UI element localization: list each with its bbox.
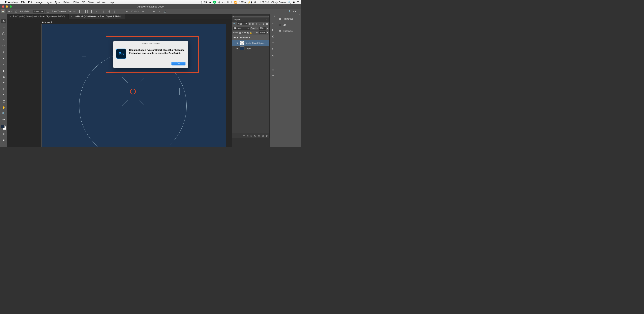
panel-close-icon[interactable]: × (233, 15, 234, 17)
filter-adjust-icon[interactable]: ◐ (252, 23, 254, 25)
pen-tool[interactable]: ✒ (1, 81, 6, 85)
search-icon[interactable]: 🔍 (233, 23, 236, 25)
align-top-icon[interactable]: ‖ (102, 9, 106, 13)
crop-tool[interactable]: ✂ (1, 44, 6, 48)
artboard-label[interactable]: Artboard 1 (42, 21, 52, 23)
filter-shape-icon[interactable]: ▱ (259, 23, 261, 25)
dock-collapse-icon[interactable]: » (299, 14, 300, 16)
line-icon[interactable]: L (213, 0, 216, 4)
layer-thumbnail[interactable] (240, 46, 244, 50)
3d-camera-icon[interactable]: 📷 (163, 9, 167, 13)
layer-mask-icon[interactable]: ◧ (250, 135, 252, 137)
ok-button[interactable]: OK (172, 62, 186, 65)
move-tool-icon[interactable]: ✥ ▾ (8, 10, 12, 13)
menu-file[interactable]: File (21, 1, 25, 4)
visibility-icon[interactable]: 👁 (236, 42, 239, 44)
tab-0[interactable]: × 风格二.psd @ 100% (Vector Smart Object co… (7, 14, 69, 19)
trash-icon[interactable]: 🗑 (226, 1, 229, 4)
menu-filter[interactable]: Filter (73, 1, 79, 4)
blend-mode[interactable]: Normal (233, 27, 250, 30)
visibility-icon[interactable]: 👁 (233, 36, 236, 39)
move-tool[interactable]: ✥ (1, 19, 6, 23)
lock-all-icon[interactable]: 🔒 (250, 31, 252, 34)
search-icon[interactable]: 🔍 (288, 10, 291, 13)
workspace-icon[interactable]: ▭▾ (293, 10, 296, 13)
menu-select[interactable]: Select (63, 1, 70, 4)
shape-tool[interactable]: ▢ (1, 99, 6, 103)
control-center-icon[interactable]: ☰ (297, 1, 299, 4)
fill-value[interactable]: 100% (259, 31, 266, 34)
menu-edit[interactable]: Edit (28, 1, 32, 4)
marquee-tool[interactable]: ▭ (1, 25, 6, 29)
3d-orbit-icon[interactable]: ⟳ (141, 9, 145, 13)
paragraph-icon[interactable]: ≡ (272, 41, 274, 44)
quick-mask-tool[interactable]: ◙ (1, 132, 6, 136)
eraser-tool[interactable]: ◧ (1, 68, 6, 72)
history-icon[interactable]: ⎌ (272, 22, 274, 25)
filter-pixel-icon[interactable]: ▦ (248, 23, 251, 25)
tab-close-icon[interactable]: × (71, 15, 72, 18)
link-layers-icon[interactable]: ⚯ (243, 135, 245, 137)
opacity-value[interactable]: 100% (259, 27, 266, 30)
menu-image[interactable]: Image (36, 1, 42, 4)
wifi-icon[interactable]: 📶 (234, 1, 237, 4)
siri-icon[interactable]: ◉ (293, 1, 295, 4)
share-icon[interactable]: ⇪ (298, 10, 300, 13)
cloud-icon[interactable]: ☁︎ (209, 1, 211, 4)
user-name[interactable]: Cindy Flower (271, 1, 286, 4)
align-center-h-icon[interactable]: ▐▐ (84, 9, 88, 13)
3d-slide-icon[interactable]: ↔ (158, 9, 161, 13)
eyedropper-tool[interactable]: ✐ (1, 50, 6, 54)
home-button[interactable]: 🏠 (1, 9, 5, 13)
disclosure-icon[interactable]: ▾ (237, 36, 238, 39)
clock[interactable]: 週三 下午2:53 (254, 0, 270, 4)
stamp-tool[interactable]: ⟁ (1, 62, 6, 66)
menu-view[interactable]: View (88, 1, 94, 4)
visibility-icon[interactable]: 👁 (236, 47, 239, 49)
dock-properties[interactable]: ▤ Properties (276, 16, 301, 22)
adjustments-icon[interactable]: ◐ (272, 35, 274, 38)
character-icon[interactable]: A| (272, 48, 274, 51)
dock-3d[interactable]: ⬛ 3D (276, 22, 301, 28)
layer-row[interactable]: 👁 Vector Smart Object (232, 40, 270, 46)
battery-icon[interactable]: ⚡▮ (248, 1, 252, 4)
lock-position-icon[interactable]: ✥ (244, 31, 246, 34)
gradient-tool[interactable]: ▦ (1, 74, 6, 79)
foreground-color-swatch[interactable] (1, 125, 4, 128)
lock-artboard-icon[interactable]: ▣ (247, 31, 249, 34)
strip-expand-icon[interactable]: » (274, 15, 275, 17)
canvas-area[interactable]: Artboard 1 (7, 19, 232, 147)
opacity-dropdown-icon[interactable]: ▾ (267, 27, 268, 29)
fill-dropdown-icon[interactable]: ▾ (267, 31, 268, 34)
type-tool[interactable]: T (1, 87, 6, 91)
menu-3d[interactable]: 3D (82, 1, 85, 4)
layer-row[interactable]: 👁 Layer 1 (232, 46, 270, 51)
panel-menu-icon[interactable]: ≡ (266, 18, 268, 21)
group-icon[interactable]: 🗀 (258, 135, 260, 137)
distribute-h-icon[interactable]: ≡ (95, 9, 99, 13)
layers-tab[interactable]: Layers (234, 18, 240, 21)
paragraph-styles-icon[interactable]: ¶ (272, 54, 274, 57)
kind-filter[interactable]: Kind (237, 22, 248, 25)
align-right-icon[interactable]: ▐▌ (90, 9, 93, 13)
auto-select-target[interactable]: Layer (33, 9, 44, 13)
layer-fx-icon[interactable]: fx (247, 135, 248, 137)
layer-thumbnail[interactable] (240, 41, 244, 45)
auto-select-checkbox[interactable] (15, 10, 17, 12)
lock-paint-icon[interactable]: ✎ (242, 31, 244, 34)
tab-1[interactable]: × Untitled-1 @ 200% (Vector Smart Object… (69, 14, 125, 19)
app-menu[interactable]: Photoshop (5, 1, 18, 4)
menu-type[interactable]: Type (55, 1, 60, 4)
filter-toggle-icon[interactable]: ⬤ (266, 23, 268, 25)
menu-window[interactable]: Window (97, 1, 106, 4)
zoom-tool[interactable]: 🔍 (1, 111, 6, 116)
align-middle-icon[interactable]: ╫ (107, 9, 111, 13)
menu-layer[interactable]: Layer (46, 1, 52, 4)
align-bottom-icon[interactable]: ‖ (113, 9, 116, 13)
3d-roll-icon[interactable]: ↻ (147, 9, 150, 13)
path-select-tool[interactable]: ↖ (1, 93, 6, 97)
lasso-tool[interactable]: ◯ (1, 31, 6, 36)
adjustment-layer-icon[interactable]: ◐ (254, 135, 256, 137)
wechat-icon[interactable]: 💬 13 (201, 1, 207, 4)
lock-transparent-icon[interactable]: ▦ (239, 31, 241, 34)
